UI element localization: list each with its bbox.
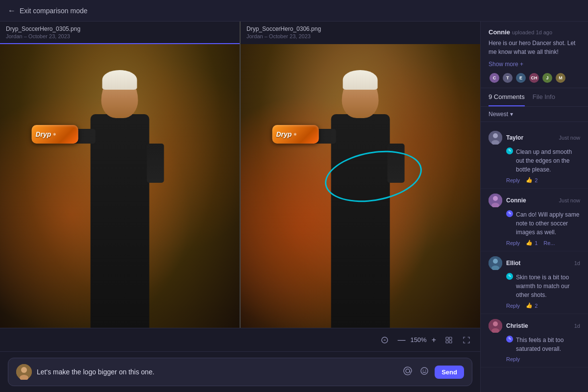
reply-button-4[interactable]: Reply (506, 356, 520, 362)
svg-rect-5 (449, 341, 452, 343)
comment-author-christie: Christie (506, 322, 528, 329)
left-bottle-star: ✱ (53, 132, 56, 137)
comment-header-2: Connie Just now (489, 194, 580, 207)
uploader-info: Connie uploaded 1d ago (489, 28, 580, 36)
tab-file-info[interactable]: File Info (533, 88, 555, 106)
collaborator-avatars: C T E CH J M (489, 72, 580, 84)
main-layout: Dryp_SoccerHero_0305.png Jordan – Octobe… (0, 22, 588, 392)
reply-button-1[interactable]: Reply (506, 177, 520, 183)
comment-text-input[interactable] (37, 368, 396, 376)
like-count-3: 2 (535, 303, 538, 309)
like-count-2: 1 (535, 240, 538, 246)
right-filename: Dryp_SoccerHero_0306.png (246, 25, 474, 32)
comment-header-3: Elliot 1d (489, 256, 580, 270)
svg-point-9 (406, 369, 410, 373)
comment-body-christie: ✎ This feels a bit too saturated overall… (506, 336, 580, 353)
top-bar: ← Exit comparison mode (0, 0, 588, 22)
right-figure: Dryp ✱ (270, 67, 450, 328)
svg-point-17 (493, 196, 498, 201)
left-meta: Jordan – October 23, 2023 (6, 33, 234, 39)
zoom-level: 150% (410, 336, 426, 343)
right-image-header: Dryp_SoccerHero_0306.png Jordan – Octobe… (241, 22, 480, 44)
svg-point-10 (421, 368, 428, 374)
comment-item-2: Connie Just now ✎ Can do! Will apply sam… (481, 189, 588, 251)
svg-point-11 (423, 370, 424, 371)
comment-text-elliot: Skin tone is a bit too warmth to match o… (516, 273, 580, 299)
like-button-3[interactable]: 👍 2 (526, 302, 538, 309)
comment-time-connie: Just now (559, 197, 580, 203)
sort-bar: Newest ▾ (481, 107, 588, 122)
mention-button[interactable] (401, 365, 414, 379)
right-hair (343, 70, 378, 90)
zoom-out-button[interactable]: — (396, 336, 406, 344)
exit-comparison-label: Exit comparison mode (20, 7, 88, 15)
comparison-panel: Dryp_SoccerHero_0305.png Jordan – Octobe… (0, 22, 480, 392)
comment-text-connie: Can do! Will apply same note to other so… (516, 210, 580, 237)
left-image-canvas: Dryp ✱ (0, 44, 240, 328)
tab-comments[interactable]: 9 Comments (489, 88, 525, 106)
tab-bar: 9 Comments File Info (481, 88, 588, 107)
avatar-2: T (502, 72, 514, 84)
sort-chevron-icon: ▾ (510, 111, 513, 118)
svg-point-23 (493, 321, 498, 326)
sort-dropdown[interactable]: Newest ▾ (489, 111, 513, 118)
svg-point-20 (493, 259, 498, 264)
bottom-toolbar: — 150% + (0, 328, 480, 351)
comment-footer-2: Reply 👍 1 Re... (506, 240, 580, 246)
back-arrow-icon: ← (8, 6, 16, 15)
fit-view-button[interactable] (443, 334, 455, 346)
like-count-1: 2 (535, 177, 538, 183)
left-figure: Dryp ✱ (30, 67, 210, 328)
annotation-dot-1: ✎ (506, 147, 513, 154)
comment-text-christie: This feels a bit too saturated overall. (516, 336, 580, 353)
reply-2[interactable]: Re... (543, 240, 555, 246)
like-button-2[interactable]: 👍 1 (526, 240, 538, 246)
right-image-pane: Dryp_SoccerHero_0306.png Jordan – Octobe… (241, 22, 480, 328)
left-hair (102, 70, 137, 90)
upload-description: Here is our hero Dancer shot. Let me kno… (489, 39, 580, 56)
zoom-in-button[interactable]: + (431, 336, 437, 344)
annotation-dot-4: ✎ (506, 336, 513, 343)
comment-avatar-elliot (489, 256, 502, 270)
right-bottle-text: Dryp (276, 130, 292, 138)
comment-text-taylor: Clean up and smooth out the edges on the… (516, 147, 580, 174)
sort-label: Newest (489, 111, 508, 118)
comment-item-3: Elliot 1d ✎ Skin tone is a bit too warmt… (481, 251, 588, 314)
left-body: Dryp ✱ (91, 114, 149, 328)
upload-meta: uploaded 1d ago (512, 29, 552, 35)
sidebar-header: Connie uploaded 1d ago Here is our hero … (481, 22, 588, 88)
comment-author-elliot: Elliot (506, 260, 520, 267)
comments-list: Taylor Just now ✎ Clean up and smooth ou… (481, 122, 588, 392)
avatar-5: J (541, 72, 553, 84)
right-bottle: Dryp ✱ (272, 125, 319, 144)
edit-tool-button[interactable] (379, 334, 391, 346)
comment-avatar-taylor (489, 131, 502, 145)
reply-button-3[interactable]: Reply (506, 303, 520, 309)
show-more-button[interactable]: Show more + (489, 61, 523, 68)
comment-item: Taylor Just now ✎ Clean up and smooth ou… (481, 126, 588, 189)
svg-point-7 (21, 367, 27, 373)
zoom-control: — 150% + (396, 336, 437, 344)
avatar-3: E (515, 72, 527, 84)
comment-time-elliot: 1d (574, 260, 580, 266)
comment-actions: Send (401, 365, 464, 379)
left-right-arm (147, 144, 164, 183)
comment-body-elliot: ✎ Skin tone is a bit too warmth to match… (506, 273, 580, 299)
right-body: Dryp ✱ (331, 114, 390, 328)
comment-header-4: Christie 1d (489, 319, 580, 333)
annotation-dot-2: ✎ (506, 210, 513, 217)
like-icon-2: 👍 (526, 240, 533, 246)
svg-rect-4 (446, 341, 448, 343)
send-comment-button[interactable]: Send (435, 366, 464, 379)
comment-time-taylor: Just now (559, 135, 580, 141)
exit-comparison-button[interactable]: ← Exit comparison mode (8, 6, 88, 15)
right-head (342, 74, 379, 118)
emoji-button[interactable] (418, 365, 431, 379)
comment-footer-1: Reply 👍 2 (506, 177, 580, 183)
like-icon-1: 👍 (526, 177, 533, 183)
reply-button-2[interactable]: Reply (506, 240, 520, 246)
like-button-1[interactable]: 👍 2 (526, 177, 538, 183)
avatar-4: CH (528, 72, 540, 84)
fullscreen-button[interactable] (461, 334, 472, 346)
comment-avatar-christie (489, 319, 502, 333)
